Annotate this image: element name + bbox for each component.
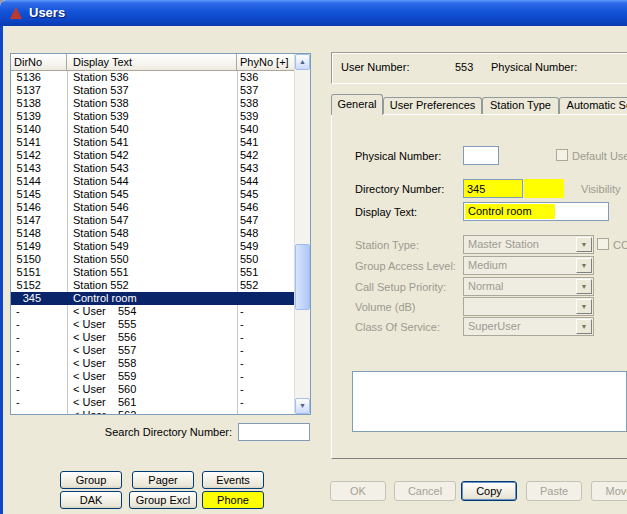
list-item-display-text: < User 560 xyxy=(67,383,237,396)
dropdown-arrow-icon: ▼ xyxy=(576,279,592,294)
physical-number-label: Physical Number: xyxy=(355,150,441,162)
display-text-value: Control room xyxy=(468,205,532,217)
list-item-dirno: 5139 xyxy=(11,110,67,123)
list-item[interactable]: 345Control room xyxy=(11,292,294,305)
list-item-phyno: 547 xyxy=(237,214,294,227)
list-item-dirno: 5146 xyxy=(11,201,67,214)
list-item[interactable]: 5141Station 541541 xyxy=(11,136,294,149)
dropdown-arrow-icon: ▼ xyxy=(576,319,592,334)
station-type-value: Master Station xyxy=(468,238,539,250)
window-title: Users xyxy=(29,5,65,20)
title-bar[interactable]: Users xyxy=(0,0,627,26)
tab-station-type[interactable]: Station Type xyxy=(482,97,559,114)
scrollbar[interactable]: ▲ ▼ xyxy=(294,54,310,414)
list-item-display-text: Station 545 xyxy=(67,188,237,201)
list-item-display-text: Station 552 xyxy=(67,279,237,292)
search-directory-label: Search Directory Number: xyxy=(80,426,232,438)
phone-button[interactable]: Phone xyxy=(202,491,264,509)
pager-button[interactable]: Pager xyxy=(132,471,194,489)
tab-automatic-search[interactable]: Automatic Search xyxy=(559,97,627,114)
cancel-button: Cancel xyxy=(394,481,456,501)
list-item-phyno: 541 xyxy=(237,136,294,149)
list-item[interactable]: -< User 561- xyxy=(11,396,294,409)
list-item-phyno: 543 xyxy=(237,162,294,175)
list-item[interactable]: 5150Station 550550 xyxy=(11,253,294,266)
list-item-display-text: Station 546 xyxy=(67,201,237,214)
scrollbar-down-icon[interactable]: ▼ xyxy=(295,398,310,414)
list-item-phyno xyxy=(237,292,294,305)
user-number-value: 553 xyxy=(455,61,473,73)
list-item-phyno: - xyxy=(237,318,294,331)
search-directory-input[interactable] xyxy=(238,423,310,441)
user-list[interactable]: 5136Station 5365365137Station 5375375138… xyxy=(10,53,311,415)
display-text-input[interactable]: Control room xyxy=(463,202,609,221)
list-item-phyno: 544 xyxy=(237,175,294,188)
copy-button[interactable]: Copy xyxy=(461,481,517,501)
column-header-dirno[interactable]: DirNo xyxy=(11,54,67,71)
move-button: Move xyxy=(591,481,627,501)
list-item[interactable]: 5148Station 548548 xyxy=(11,227,294,240)
list-item[interactable]: 5144Station 544544 xyxy=(11,175,294,188)
list-item[interactable]: -< User 560- xyxy=(11,383,294,396)
list-item[interactable]: -< User 555- xyxy=(11,318,294,331)
list-item[interactable]: 5142Station 542542 xyxy=(11,149,294,162)
list-item-display-text: Station 544 xyxy=(67,175,237,188)
dropdown-arrow-icon: ▼ xyxy=(576,237,592,252)
physical-number-input[interactable] xyxy=(463,146,499,165)
list-item-dirno: - xyxy=(11,318,67,331)
list-item-phyno: - xyxy=(237,396,294,409)
list-item[interactable]: 5145Station 545545 xyxy=(11,188,294,201)
list-item[interactable]: 5138Station 538538 xyxy=(11,97,294,110)
class-of-service-value: SuperUser xyxy=(468,320,521,332)
list-item-dirno: 5148 xyxy=(11,227,67,240)
visibility-label: Visibility xyxy=(581,183,621,195)
scrollbar-thumb[interactable] xyxy=(295,244,310,310)
list-item[interactable]: 5149Station 549549 xyxy=(11,240,294,253)
list-item-display-text: Station 537 xyxy=(67,84,237,97)
list-item-dirno: 5145 xyxy=(11,188,67,201)
dropdown-arrow-icon: ▼ xyxy=(576,299,592,314)
list-item[interactable]: -< User 559- xyxy=(11,370,294,383)
list-item-dirno: 5147 xyxy=(11,214,67,227)
list-item-dirno: 5143 xyxy=(11,162,67,175)
list-item-phyno: 538 xyxy=(237,97,294,110)
list-item[interactable]: 5136Station 536536 xyxy=(11,71,294,84)
list-header: DirNo Display Text PhyNo [+] xyxy=(11,54,294,71)
list-item[interactable]: -< User 558- xyxy=(11,357,294,370)
list-item[interactable]: -< User 556- xyxy=(11,331,294,344)
column-header-phyno[interactable]: PhyNo [+] xyxy=(237,54,294,71)
list-item[interactable]: -< User 562- xyxy=(11,409,294,414)
list-item-phyno: 551 xyxy=(237,266,294,279)
list-item-dirno: - xyxy=(11,344,67,357)
column-header-display-text[interactable]: Display Text xyxy=(67,54,237,71)
list-item[interactable]: 5140Station 540540 xyxy=(11,123,294,136)
list-item-dirno: 5144 xyxy=(11,175,67,188)
list-item[interactable]: 5139Station 539539 xyxy=(11,110,294,123)
list-item-display-text: < User 562 xyxy=(67,409,237,414)
events-button[interactable]: Events xyxy=(202,471,264,489)
list-item[interactable]: 5151Station 551551 xyxy=(11,266,294,279)
list-item[interactable]: 5143Station 543543 xyxy=(11,162,294,175)
list-item-display-text: Control room xyxy=(67,292,237,305)
scrollbar-up-icon[interactable]: ▲ xyxy=(295,54,310,70)
list-item[interactable]: 5152Station 552552 xyxy=(11,279,294,292)
tab-user-preferences[interactable]: User Preferences xyxy=(383,97,482,114)
dak-button[interactable]: DAK xyxy=(60,491,122,509)
call-setup-label: Call Setup Priority: xyxy=(355,281,446,293)
list-item-phyno: - xyxy=(237,305,294,318)
directory-number-input[interactable] xyxy=(463,179,523,198)
list-item-display-text: < User 558 xyxy=(67,357,237,370)
tab-general[interactable]: General xyxy=(331,94,383,115)
group-button[interactable]: Group xyxy=(60,471,122,489)
list-item[interactable]: 5147Station 547547 xyxy=(11,214,294,227)
group-excl-button[interactable]: Group Excl xyxy=(129,491,197,509)
notes-textarea[interactable] xyxy=(352,371,627,432)
list-item-display-text: < User 557 xyxy=(67,344,237,357)
list-item[interactable]: 5137Station 537537 xyxy=(11,84,294,97)
list-item[interactable]: -< User 554- xyxy=(11,305,294,318)
directory-number-label: Directory Number: xyxy=(355,183,444,195)
list-item[interactable]: 5146Station 546546 xyxy=(11,201,294,214)
list-item-display-text: < User 555 xyxy=(67,318,237,331)
list-item[interactable]: -< User 557- xyxy=(11,344,294,357)
list-item-phyno: - xyxy=(237,370,294,383)
